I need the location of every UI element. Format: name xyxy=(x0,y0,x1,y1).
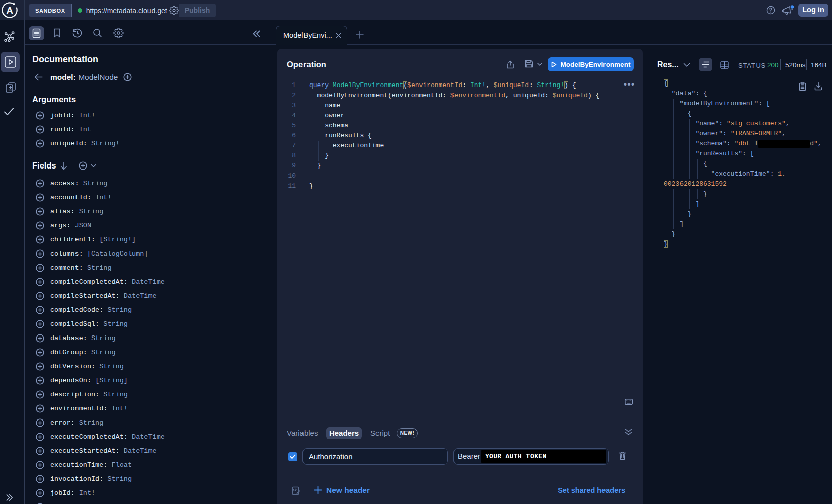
svg-text:A: A xyxy=(6,5,13,16)
